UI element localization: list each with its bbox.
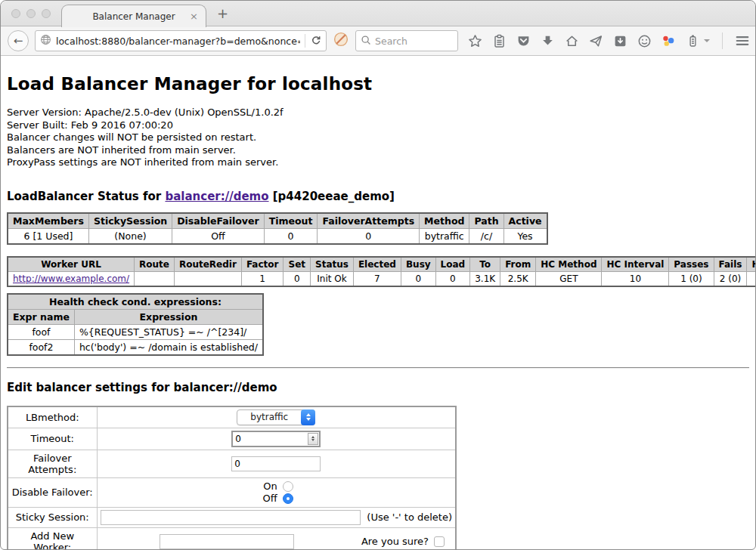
pocket-icon[interactable] — [516, 34, 531, 48]
form-field-cell — [97, 450, 456, 477]
confirm-checkbox[interactable] — [434, 536, 445, 547]
column-header: Status — [311, 257, 354, 272]
notice-balancers: Balancers are NOT inherited from main se… — [7, 144, 749, 157]
sticky-session-input[interactable] — [101, 510, 361, 525]
url-bar[interactable]: localhost:8880/balancer-manager?b=demo&n… — [35, 30, 327, 51]
zoom-window-button[interactable] — [42, 9, 51, 18]
table-cell: 0 — [435, 271, 470, 286]
health-table-title: Health check cond. expressions: — [8, 294, 263, 310]
send-icon[interactable] — [589, 34, 603, 48]
tab-bar: Balancer Manager × + — [1, 1, 755, 26]
column-header: Busy — [401, 257, 435, 272]
table-cell: foof — [8, 324, 74, 339]
table-cell: /c/ — [469, 228, 503, 244]
download-icon[interactable] — [541, 34, 555, 48]
colorful-addon-icon[interactable] — [662, 34, 676, 48]
form-row: LBmethod: bytraffic — [8, 406, 456, 428]
table-header-row: Expr name Expression — [8, 309, 263, 324]
search-bar[interactable] — [355, 30, 458, 51]
table-row: http://www.example.com/ 1 0 Init Ok 7 0 … — [8, 271, 755, 286]
table-cell: 7 — [353, 271, 401, 286]
number-spinner-icon[interactable] — [308, 433, 318, 445]
table-cell: 0 — [284, 271, 311, 286]
column-header: Route — [135, 257, 175, 272]
panel-download-icon[interactable] — [613, 34, 627, 48]
table-cell: 6 [1 Used] — [8, 228, 88, 244]
table-row: 6 [1 Used] (None) Off 0 0 bytraffic /c/ … — [8, 228, 547, 244]
timeout-input-wrap — [231, 431, 321, 447]
table-cell: Init Ok — [311, 271, 354, 286]
section-divider — [7, 367, 749, 369]
navigation-toolbar: ← localhost:8880/balancer-manager?b=demo… — [1, 26, 755, 56]
battery-icon[interactable] — [686, 34, 700, 48]
column-header: MaxMembers — [8, 213, 88, 229]
disable-failover-label: Disable Failover: — [8, 477, 97, 507]
table-cell: 2 (0) — [714, 271, 747, 286]
table-cell: Off — [172, 228, 264, 244]
table-cell: foof2 — [8, 339, 74, 355]
balancer-demo-link[interactable]: balancer://demo — [165, 190, 268, 203]
globe-icon — [40, 34, 51, 48]
reload-icon[interactable] — [310, 34, 321, 48]
table-cell: 1 — [241, 271, 284, 286]
form-field-cell — [97, 428, 456, 450]
column-header: Method — [420, 213, 469, 229]
form-row: Add New Worker: Are you sure? — [8, 527, 456, 550]
lbmethod-select[interactable]: bytraffic — [237, 409, 315, 425]
timeout-input[interactable] — [233, 434, 308, 444]
reading-list-icon[interactable] — [492, 34, 507, 48]
table-row: foof2 hc('body') =~ /domain is establish… — [8, 339, 263, 355]
search-icon — [361, 34, 371, 48]
page-content: Load Balancer Manager for localhost Serv… — [1, 56, 755, 550]
column-header: Factor — [241, 257, 284, 272]
menu-icon[interactable] — [735, 33, 750, 48]
table-cell: 0 — [264, 228, 318, 244]
timeout-label: Timeout: — [8, 428, 97, 450]
loadbalancer-status-heading: LoadBalancer Status for balancer://demo … — [7, 190, 749, 203]
bookmark-star-icon[interactable] — [468, 34, 482, 48]
toolbar-icons — [468, 32, 756, 49]
back-button[interactable]: ← — [8, 30, 29, 51]
table-row: foof %{REQUEST_STATUS} =~ /^[234]/ — [8, 324, 263, 339]
edit-balancer-form: LBmethod: bytraffic Timeout: — [7, 406, 457, 550]
image-block-icon[interactable] — [333, 31, 349, 51]
window-controls — [11, 9, 51, 18]
table-cell — [135, 271, 175, 286]
new-tab-button[interactable]: + — [217, 7, 228, 20]
form-field-cell: Are you sure? — [97, 527, 456, 550]
dropdown-caret-icon[interactable] — [704, 39, 710, 42]
disable-failover-off-radio[interactable] — [283, 493, 293, 504]
tab-title: Balancer Manager — [92, 11, 175, 22]
browser-tab[interactable]: Balancer Manager × — [61, 5, 206, 27]
column-header: Elected — [353, 257, 401, 272]
column-header: Load — [435, 257, 470, 272]
column-header: HC Method — [536, 257, 602, 272]
table-cell: Yes — [503, 228, 547, 244]
table-cell: http://www.example.com/ — [8, 271, 135, 286]
home-icon[interactable] — [565, 34, 579, 48]
lbmethod-selected-value: bytraffic — [237, 412, 301, 422]
column-header: Timeout — [264, 213, 318, 229]
status-heading-prefix: LoadBalancer Status for — [7, 190, 165, 203]
column-header: Passes — [669, 257, 714, 272]
failover-attempts-input[interactable] — [231, 456, 321, 471]
table-header-row: MaxMembers StickySession DisableFailover… — [8, 213, 547, 229]
minimize-window-button[interactable] — [26, 9, 36, 18]
search-input[interactable] — [375, 36, 443, 47]
column-header: DisableFailover — [172, 213, 264, 229]
server-version: Server Version: Apache/2.5.0-dev (Unix) … — [7, 107, 749, 119]
balancer-summary-table: MaxMembers StickySession DisableFailover… — [7, 212, 548, 245]
column-header: To — [470, 257, 500, 272]
form-row: Sticky Session: (Use '-' to delete) — [8, 507, 456, 527]
close-window-button[interactable] — [11, 9, 20, 18]
disable-failover-on-radio[interactable] — [283, 481, 293, 492]
tab-close-icon[interactable]: × — [190, 11, 198, 22]
table-cell: GET — [536, 271, 602, 286]
form-field-cell: bytraffic — [97, 406, 456, 428]
page-title: Load Balancer Manager for localhost — [7, 74, 749, 94]
radio-off-label: Off — [259, 493, 277, 505]
worker-url-link[interactable]: http://www.example.com/ — [13, 273, 129, 284]
add-worker-input[interactable] — [160, 534, 294, 549]
chat-smiley-icon[interactable] — [637, 34, 652, 48]
table-cell: (None) — [88, 228, 172, 244]
